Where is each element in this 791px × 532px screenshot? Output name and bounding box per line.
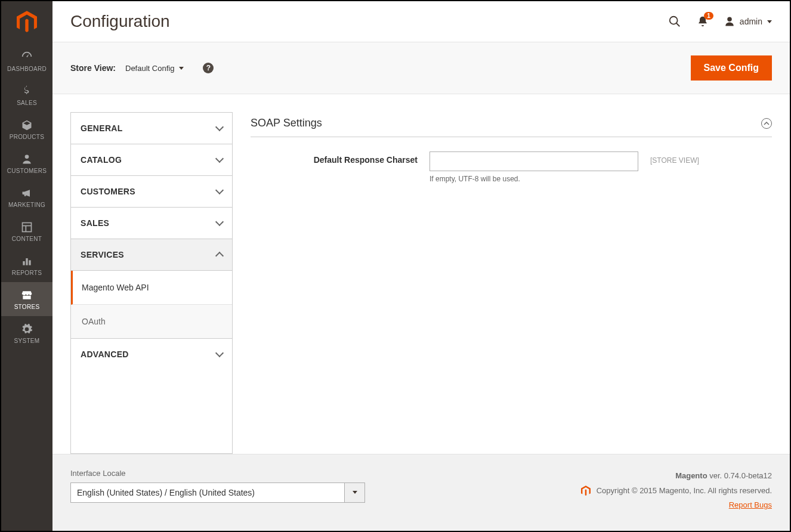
section-soap-settings-header[interactable]: SOAP Settings [251, 112, 772, 137]
field-label: Default Response Charset [251, 151, 418, 165]
config-tab-label: CATALOG [81, 155, 122, 165]
version-line: Magento ver. 0.74.0-beta12 [581, 469, 772, 484]
chevron-down-icon [215, 123, 224, 131]
nav-content[interactable]: CONTENT [1, 214, 52, 248]
copyright-text: Copyright © 2015 Magento, Inc. All right… [597, 486, 772, 495]
config-tab-label: GENERAL [81, 123, 123, 133]
nav-stores[interactable]: STORES [1, 282, 52, 316]
magento-logo-small-icon [581, 485, 591, 496]
svg-point-7 [670, 17, 678, 24]
chevron-down-icon [215, 154, 224, 163]
config-tab-general[interactable]: GENERAL [71, 113, 232, 144]
search-icon [668, 15, 681, 28]
locale-value: English (United States) / English (Unite… [70, 482, 345, 503]
chevron-down-icon [215, 349, 224, 357]
config-tab-label: ADVANCED [81, 349, 129, 359]
dollar-icon [4, 85, 50, 97]
page-title: Configuration [70, 12, 170, 31]
scope-value: Default Config [125, 64, 174, 73]
scope-label: Store View: [70, 63, 116, 73]
svg-rect-6 [29, 260, 30, 265]
config-tab-customers[interactable]: CUSTOMERS [71, 176, 232, 208]
config-item-webapi[interactable]: Magento Web API [71, 271, 232, 305]
config-sub-services: Magento Web API OAuth [71, 271, 232, 339]
admin-user-menu[interactable]: admin [724, 16, 772, 27]
nav-label: PRODUCTS [10, 134, 45, 140]
config-item-oauth[interactable]: OAuth [71, 305, 232, 339]
copyright-line: Copyright © 2015 Magento, Inc. All right… [581, 484, 772, 499]
config-tab-label: CUSTOMERS [81, 187, 135, 196]
nav-system[interactable]: SYSTEM [1, 316, 52, 350]
default-response-charset-input[interactable] [430, 151, 638, 171]
svg-point-0 [25, 155, 29, 159]
config-tab-catalog[interactable]: CATALOG [71, 144, 232, 176]
storefront-icon [4, 289, 50, 301]
person-icon [4, 153, 50, 165]
version-product: Magento [675, 471, 707, 480]
scope-help-button[interactable]: ? [203, 63, 214, 73]
magento-logo[interactable] [1, 1, 52, 43]
nav-label: DASHBOARD [7, 66, 47, 72]
search-button[interactable] [668, 15, 681, 28]
magento-logo-icon [17, 11, 37, 33]
locale-label: Interface Locale [70, 469, 365, 478]
nav-label: CUSTOMERS [7, 168, 47, 174]
svg-point-9 [727, 17, 732, 22]
chevron-down-icon [215, 218, 224, 226]
nav-label: CONTENT [12, 236, 42, 242]
bars-icon [4, 255, 50, 267]
layout-icon [4, 221, 50, 233]
collapse-icon [761, 118, 772, 129]
config-tab-services[interactable]: SERVICES [71, 239, 232, 271]
nav-label: SALES [17, 100, 37, 106]
config-tab-label: SERVICES [81, 250, 124, 259]
field-default-response-charset: Default Response Charset If empty, UTF-8… [251, 137, 772, 183]
admin-username: admin [740, 17, 762, 26]
svg-rect-1 [23, 223, 32, 232]
svg-rect-5 [26, 258, 27, 265]
nav-marketing[interactable]: MARKETING [1, 180, 52, 214]
admin-sidebar: DASHBOARD SALES PRODUCTS CUSTOMERS MARKE… [1, 1, 52, 531]
field-note: If empty, UTF-8 will be used. [430, 175, 638, 183]
caret-down-icon [353, 491, 357, 494]
gear-icon [4, 323, 50, 335]
nav-label: STORES [14, 304, 40, 310]
section-title: SOAP Settings [251, 117, 322, 129]
nav-reports[interactable]: REPORTS [1, 248, 52, 282]
megaphone-icon [4, 187, 50, 199]
chevron-up-icon [215, 252, 224, 260]
box-icon [4, 119, 50, 131]
nav-label: REPORTS [12, 270, 42, 276]
config-tab-advanced[interactable]: ADVANCED [71, 339, 232, 370]
config-tab-label: SALES [81, 218, 109, 228]
config-item-label: OAuth [82, 317, 106, 326]
caret-down-icon [179, 67, 184, 70]
locale-select[interactable]: English (United States) / English (Unite… [70, 482, 365, 503]
page-header: Configuration 1 admin [52, 1, 790, 42]
nav-label: SYSTEM [14, 338, 40, 344]
nav-dashboard[interactable]: DASHBOARD [1, 43, 52, 78]
config-tab-sales[interactable]: SALES [71, 208, 232, 239]
notification-badge: 1 [704, 12, 713, 20]
page-footer: Interface Locale English (United States)… [52, 454, 790, 531]
locale-dropdown-arrow[interactable] [345, 482, 365, 503]
svg-rect-4 [23, 261, 24, 265]
dashboard-icon [4, 50, 50, 63]
scope-toolbar: Store View: Default Config ? Save Config [52, 42, 790, 94]
notifications-button[interactable]: 1 [697, 16, 709, 27]
user-icon [724, 16, 735, 27]
scope-selector[interactable]: Default Config [125, 64, 184, 73]
config-nav: GENERAL CATALOG CUSTOMERS SALES SERVICES [70, 112, 233, 454]
config-item-label: Magento Web API [82, 283, 149, 292]
field-scope: [STORE VIEW] [650, 151, 699, 165]
nav-customers[interactable]: CUSTOMERS [1, 146, 52, 180]
caret-down-icon [767, 20, 772, 23]
config-panel: SOAP Settings Default Response Charset I… [251, 112, 772, 454]
version-text: ver. 0.74.0-beta12 [707, 471, 772, 480]
nav-products[interactable]: PRODUCTS [1, 112, 52, 146]
nav-sales[interactable]: SALES [1, 78, 52, 112]
svg-line-8 [676, 23, 680, 27]
report-bugs-link[interactable]: Report Bugs [729, 500, 772, 509]
nav-label: MARKETING [8, 202, 45, 208]
save-config-button[interactable]: Save Config [691, 55, 772, 81]
